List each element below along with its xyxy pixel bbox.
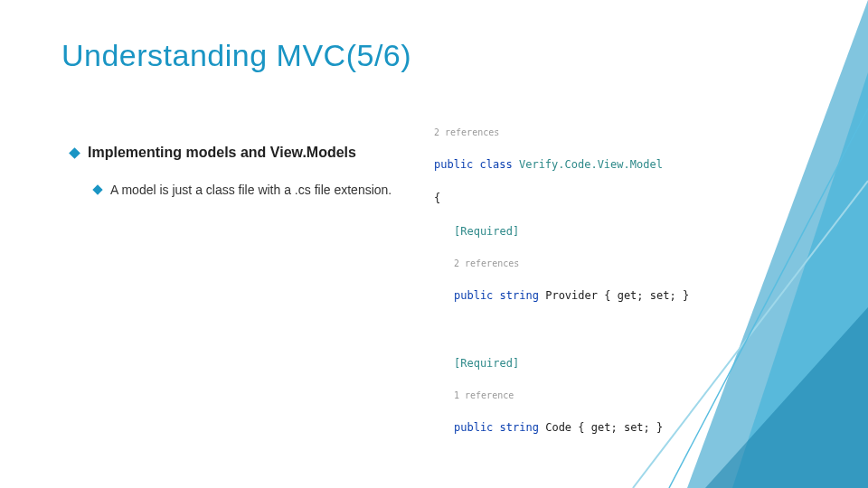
attr-required: [Required] (434, 355, 859, 372)
diamond-icon (69, 147, 80, 159)
ref-count: 2 references (434, 257, 859, 271)
slide-title: Understanding MVC(5/6) (61, 38, 411, 73)
ref-count: 1 reference (434, 389, 859, 403)
bullet-level2: A model is just a class file with a .cs … (94, 183, 432, 197)
code-snippet: 2 references public class Verify.Code.Vi… (434, 108, 859, 488)
attr-required: [Required] (434, 223, 859, 240)
ref-count: 2 references (434, 126, 859, 140)
bullet1-text: Implementing models and View.Models (88, 145, 356, 161)
bullet2-text: A model is just a class file with a .cs … (110, 183, 392, 197)
bullet-level1: Implementing models and View.Models (71, 145, 432, 161)
bullet-list: Implementing models and View.Models A mo… (71, 145, 432, 197)
diamond-icon (92, 184, 102, 194)
